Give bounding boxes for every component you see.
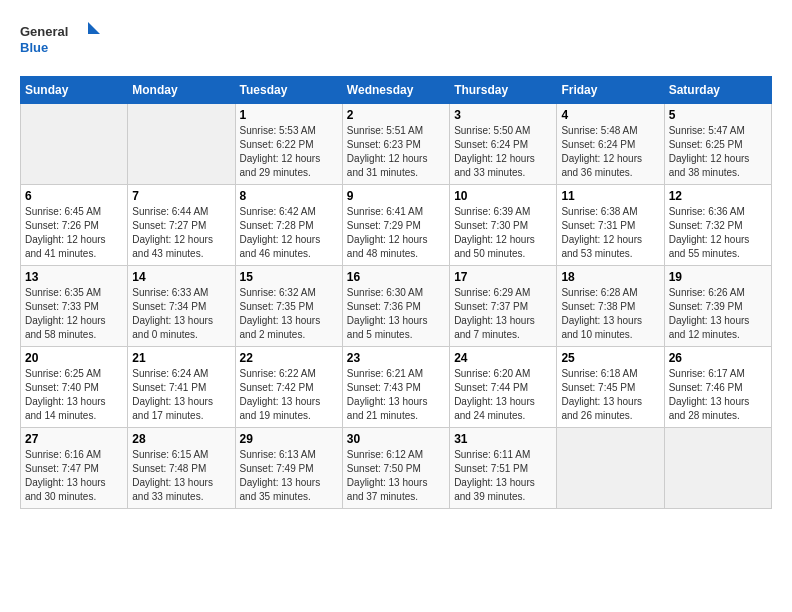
day-info: Sunrise: 6:41 AMSunset: 7:29 PMDaylight:… <box>347 205 445 261</box>
day-number: 30 <box>347 432 445 446</box>
day-number: 6 <box>25 189 123 203</box>
calendar-cell: 12Sunrise: 6:36 AMSunset: 7:32 PMDayligh… <box>664 185 771 266</box>
calendar-cell: 19Sunrise: 6:26 AMSunset: 7:39 PMDayligh… <box>664 266 771 347</box>
day-info: Sunrise: 6:13 AMSunset: 7:49 PMDaylight:… <box>240 448 338 504</box>
calendar-cell: 10Sunrise: 6:39 AMSunset: 7:30 PMDayligh… <box>450 185 557 266</box>
day-number: 5 <box>669 108 767 122</box>
day-info: Sunrise: 5:47 AMSunset: 6:25 PMDaylight:… <box>669 124 767 180</box>
calendar-cell <box>664 428 771 509</box>
day-info: Sunrise: 6:24 AMSunset: 7:41 PMDaylight:… <box>132 367 230 423</box>
week-row-1: 6Sunrise: 6:45 AMSunset: 7:26 PMDaylight… <box>21 185 772 266</box>
calendar-cell: 26Sunrise: 6:17 AMSunset: 7:46 PMDayligh… <box>664 347 771 428</box>
day-number: 3 <box>454 108 552 122</box>
day-number: 4 <box>561 108 659 122</box>
day-info: Sunrise: 6:39 AMSunset: 7:30 PMDaylight:… <box>454 205 552 261</box>
svg-text:Blue: Blue <box>20 40 48 55</box>
day-number: 25 <box>561 351 659 365</box>
day-number: 24 <box>454 351 552 365</box>
day-number: 7 <box>132 189 230 203</box>
calendar-cell: 30Sunrise: 6:12 AMSunset: 7:50 PMDayligh… <box>342 428 449 509</box>
calendar-cell: 16Sunrise: 6:30 AMSunset: 7:36 PMDayligh… <box>342 266 449 347</box>
day-info: Sunrise: 5:51 AMSunset: 6:23 PMDaylight:… <box>347 124 445 180</box>
calendar-table: SundayMondayTuesdayWednesdayThursdayFrid… <box>20 76 772 509</box>
calendar-cell <box>128 104 235 185</box>
week-row-4: 27Sunrise: 6:16 AMSunset: 7:47 PMDayligh… <box>21 428 772 509</box>
calendar-cell: 27Sunrise: 6:16 AMSunset: 7:47 PMDayligh… <box>21 428 128 509</box>
header-monday: Monday <box>128 77 235 104</box>
day-info: Sunrise: 5:53 AMSunset: 6:22 PMDaylight:… <box>240 124 338 180</box>
week-row-0: 1Sunrise: 5:53 AMSunset: 6:22 PMDaylight… <box>21 104 772 185</box>
day-info: Sunrise: 6:38 AMSunset: 7:31 PMDaylight:… <box>561 205 659 261</box>
day-info: Sunrise: 6:44 AMSunset: 7:27 PMDaylight:… <box>132 205 230 261</box>
day-number: 14 <box>132 270 230 284</box>
header-saturday: Saturday <box>664 77 771 104</box>
day-number: 19 <box>669 270 767 284</box>
day-number: 21 <box>132 351 230 365</box>
day-info: Sunrise: 6:22 AMSunset: 7:42 PMDaylight:… <box>240 367 338 423</box>
day-info: Sunrise: 6:26 AMSunset: 7:39 PMDaylight:… <box>669 286 767 342</box>
day-info: Sunrise: 6:29 AMSunset: 7:37 PMDaylight:… <box>454 286 552 342</box>
week-row-2: 13Sunrise: 6:35 AMSunset: 7:33 PMDayligh… <box>21 266 772 347</box>
calendar-cell: 4Sunrise: 5:48 AMSunset: 6:24 PMDaylight… <box>557 104 664 185</box>
day-number: 26 <box>669 351 767 365</box>
day-info: Sunrise: 6:15 AMSunset: 7:48 PMDaylight:… <box>132 448 230 504</box>
day-number: 28 <box>132 432 230 446</box>
page-header: General Blue <box>20 20 772 60</box>
calendar-cell <box>557 428 664 509</box>
calendar-cell: 7Sunrise: 6:44 AMSunset: 7:27 PMDaylight… <box>128 185 235 266</box>
header-friday: Friday <box>557 77 664 104</box>
day-number: 20 <box>25 351 123 365</box>
calendar-cell <box>21 104 128 185</box>
day-number: 11 <box>561 189 659 203</box>
calendar-cell: 17Sunrise: 6:29 AMSunset: 7:37 PMDayligh… <box>450 266 557 347</box>
calendar-cell: 9Sunrise: 6:41 AMSunset: 7:29 PMDaylight… <box>342 185 449 266</box>
day-info: Sunrise: 6:33 AMSunset: 7:34 PMDaylight:… <box>132 286 230 342</box>
day-info: Sunrise: 6:11 AMSunset: 7:51 PMDaylight:… <box>454 448 552 504</box>
day-number: 18 <box>561 270 659 284</box>
header-wednesday: Wednesday <box>342 77 449 104</box>
calendar-cell: 24Sunrise: 6:20 AMSunset: 7:44 PMDayligh… <box>450 347 557 428</box>
day-info: Sunrise: 6:45 AMSunset: 7:26 PMDaylight:… <box>25 205 123 261</box>
day-number: 10 <box>454 189 552 203</box>
calendar-header-row: SundayMondayTuesdayWednesdayThursdayFrid… <box>21 77 772 104</box>
day-info: Sunrise: 6:18 AMSunset: 7:45 PMDaylight:… <box>561 367 659 423</box>
calendar-cell: 11Sunrise: 6:38 AMSunset: 7:31 PMDayligh… <box>557 185 664 266</box>
logo-svg: General Blue <box>20 20 100 60</box>
calendar-cell: 15Sunrise: 6:32 AMSunset: 7:35 PMDayligh… <box>235 266 342 347</box>
calendar-cell: 6Sunrise: 6:45 AMSunset: 7:26 PMDaylight… <box>21 185 128 266</box>
calendar-cell: 14Sunrise: 6:33 AMSunset: 7:34 PMDayligh… <box>128 266 235 347</box>
day-info: Sunrise: 6:12 AMSunset: 7:50 PMDaylight:… <box>347 448 445 504</box>
calendar-cell: 3Sunrise: 5:50 AMSunset: 6:24 PMDaylight… <box>450 104 557 185</box>
day-info: Sunrise: 5:50 AMSunset: 6:24 PMDaylight:… <box>454 124 552 180</box>
calendar-cell: 1Sunrise: 5:53 AMSunset: 6:22 PMDaylight… <box>235 104 342 185</box>
day-info: Sunrise: 5:48 AMSunset: 6:24 PMDaylight:… <box>561 124 659 180</box>
svg-marker-2 <box>88 22 100 34</box>
day-number: 1 <box>240 108 338 122</box>
calendar-cell: 18Sunrise: 6:28 AMSunset: 7:38 PMDayligh… <box>557 266 664 347</box>
day-number: 15 <box>240 270 338 284</box>
day-number: 22 <box>240 351 338 365</box>
svg-text:General: General <box>20 24 68 39</box>
day-info: Sunrise: 6:28 AMSunset: 7:38 PMDaylight:… <box>561 286 659 342</box>
day-info: Sunrise: 6:25 AMSunset: 7:40 PMDaylight:… <box>25 367 123 423</box>
day-number: 27 <box>25 432 123 446</box>
calendar-cell: 23Sunrise: 6:21 AMSunset: 7:43 PMDayligh… <box>342 347 449 428</box>
calendar-cell: 5Sunrise: 5:47 AMSunset: 6:25 PMDaylight… <box>664 104 771 185</box>
day-number: 13 <box>25 270 123 284</box>
header-sunday: Sunday <box>21 77 128 104</box>
day-info: Sunrise: 6:32 AMSunset: 7:35 PMDaylight:… <box>240 286 338 342</box>
day-number: 29 <box>240 432 338 446</box>
week-row-3: 20Sunrise: 6:25 AMSunset: 7:40 PMDayligh… <box>21 347 772 428</box>
day-number: 31 <box>454 432 552 446</box>
day-number: 17 <box>454 270 552 284</box>
day-number: 23 <box>347 351 445 365</box>
calendar-cell: 31Sunrise: 6:11 AMSunset: 7:51 PMDayligh… <box>450 428 557 509</box>
calendar-cell: 29Sunrise: 6:13 AMSunset: 7:49 PMDayligh… <box>235 428 342 509</box>
day-info: Sunrise: 6:42 AMSunset: 7:28 PMDaylight:… <box>240 205 338 261</box>
calendar-cell: 22Sunrise: 6:22 AMSunset: 7:42 PMDayligh… <box>235 347 342 428</box>
calendar-cell: 2Sunrise: 5:51 AMSunset: 6:23 PMDaylight… <box>342 104 449 185</box>
calendar-cell: 25Sunrise: 6:18 AMSunset: 7:45 PMDayligh… <box>557 347 664 428</box>
calendar-cell: 28Sunrise: 6:15 AMSunset: 7:48 PMDayligh… <box>128 428 235 509</box>
calendar-cell: 13Sunrise: 6:35 AMSunset: 7:33 PMDayligh… <box>21 266 128 347</box>
day-number: 9 <box>347 189 445 203</box>
